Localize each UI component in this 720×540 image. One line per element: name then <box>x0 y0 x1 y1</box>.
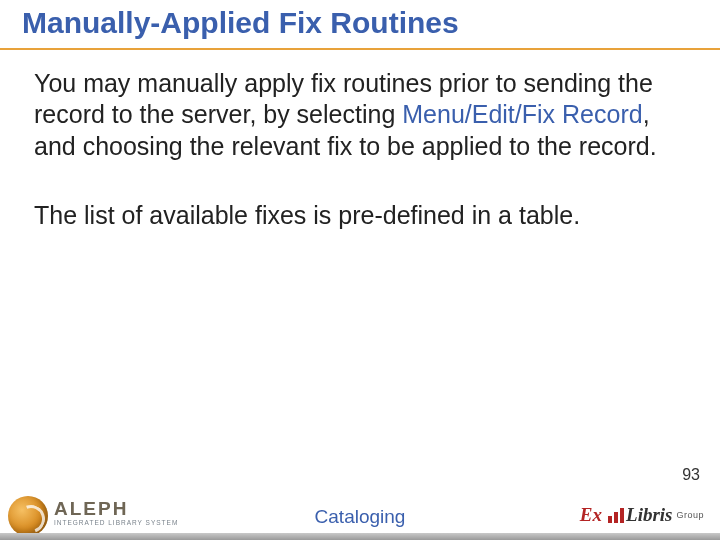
exlibris-group: Group <box>676 510 704 520</box>
exlibris-logo: Ex Libris Group <box>554 498 704 532</box>
slide: Manually-Applied Fix Routines You may ma… <box>0 0 720 540</box>
exlibris-bars-icon <box>608 508 624 523</box>
footer-bar <box>0 533 720 540</box>
slide-title: Manually-Applied Fix Routines <box>22 6 459 40</box>
exlibris-ex: Ex <box>580 504 602 526</box>
body-text: You may manually apply fix routines prio… <box>34 68 674 269</box>
footer: ALEPH INTEGRATED LIBRARY SYSTEM Catalogi… <box>0 494 720 540</box>
paragraph-1: You may manually apply fix routines prio… <box>34 68 674 162</box>
paragraph-2: The list of available fixes is pre-defin… <box>34 200 674 231</box>
title-underline <box>0 48 720 50</box>
page-number: 93 <box>682 466 700 484</box>
exlibris-libris: Libris <box>626 504 672 526</box>
menu-path: Menu/Edit/Fix Record <box>402 100 642 128</box>
